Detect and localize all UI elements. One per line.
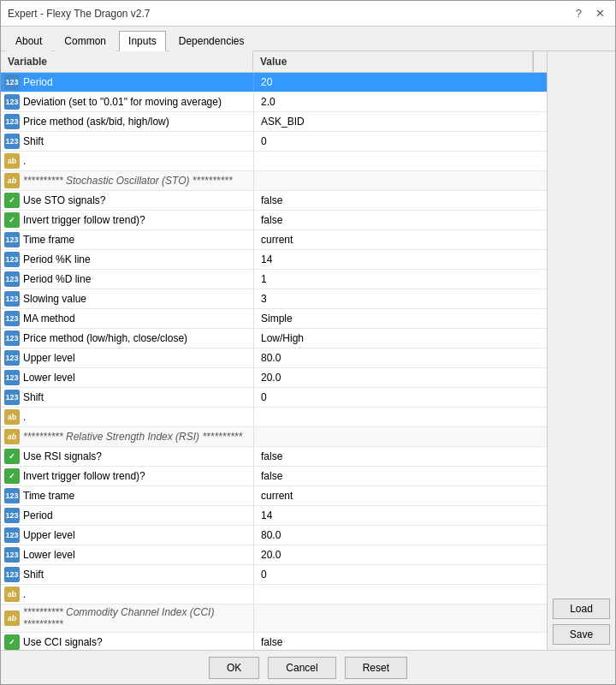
table-row[interactable]: 123Shift0 xyxy=(1,388,547,408)
tab-dependencies[interactable]: Dependencies xyxy=(169,31,254,51)
value-cell: 1 xyxy=(253,270,547,289)
main-content: Variable Value 123Period20123Deviation (… xyxy=(1,51,615,650)
bool-icon: ✓ xyxy=(4,193,20,208)
col-variable-header: Variable xyxy=(1,51,253,72)
variable-cell: ✓Invert trigger follow trend)? xyxy=(1,467,253,485)
value-cell: 0 xyxy=(253,388,547,407)
cancel-button[interactable]: Cancel xyxy=(268,657,335,679)
ab-icon: ab xyxy=(4,429,20,444)
table-row[interactable]: 123Price method (low/high, close/close)L… xyxy=(1,329,547,348)
table-row[interactable]: 123Upper level80.0 xyxy=(1,348,547,368)
table-row[interactable]: 123Shift0 xyxy=(1,132,547,152)
table-row[interactable]: 123Period %D line1 xyxy=(1,270,547,289)
value-cell: ASK_BID xyxy=(253,112,547,131)
value-cell: Simple xyxy=(253,309,547,328)
int-icon: 123 xyxy=(4,331,20,346)
table-row[interactable]: 123Time tramecurrent xyxy=(1,486,547,506)
int-icon: 123 xyxy=(4,114,20,129)
table-row[interactable]: ab********** Stochastic Oscillator (STO)… xyxy=(1,171,547,191)
variable-label: ********** Stochastic Oscillator (STO) *… xyxy=(23,175,233,187)
value-cell xyxy=(253,427,547,446)
table-row[interactable]: 123Slowing value3 xyxy=(1,289,547,309)
table-row[interactable]: 123Price method (ask/bid, high/low)ASK_B… xyxy=(1,112,547,132)
value-cell: current xyxy=(253,230,547,249)
scrollbar-space xyxy=(533,51,547,72)
variable-cell: 123Shift xyxy=(1,132,253,151)
value-cell: false xyxy=(253,191,547,210)
table-row[interactable]: ab. xyxy=(1,408,547,427)
save-button[interactable]: Save xyxy=(553,624,610,645)
table-row[interactable]: 123Period20 xyxy=(1,73,547,92)
bool-icon: ✓ xyxy=(4,468,20,484)
table-body[interactable]: 123Period20123Deviation (set to "0.01" f… xyxy=(1,73,547,650)
col-value-header: Value xyxy=(253,51,533,72)
table-row[interactable]: 123Time framecurrent xyxy=(1,230,547,250)
reset-button[interactable]: Reset xyxy=(345,657,407,679)
int-icon: 123 xyxy=(4,390,20,405)
table-row[interactable]: ✓Invert trigger follow trend)?false xyxy=(1,211,547,230)
load-button[interactable]: Load xyxy=(553,599,610,619)
table-row[interactable]: ab********** Commodity Channel Index (CC… xyxy=(1,605,547,633)
int-icon: 123 xyxy=(4,547,20,563)
table-row[interactable]: ✓Use CCI signals?false xyxy=(1,633,547,650)
variable-cell: 123MA method xyxy=(1,309,253,328)
variable-label: Price method (ask/bid, high/low) xyxy=(23,116,169,128)
value-cell: 20.0 xyxy=(253,545,547,564)
variable-cell: 123Slowing value xyxy=(1,289,253,308)
variable-cell: 123Lower level xyxy=(1,368,253,387)
int-icon: 123 xyxy=(4,488,20,503)
variable-cell: ✓Invert trigger follow trend)? xyxy=(1,211,253,229)
table-row[interactable]: 123Lower level20.0 xyxy=(1,368,547,388)
int-icon: 123 xyxy=(4,74,20,90)
variable-label: . xyxy=(23,155,26,167)
table-row[interactable]: 123Shift0 xyxy=(1,565,547,585)
variable-cell: ab********** Commodity Channel Index (CC… xyxy=(1,605,253,632)
int-icon: 123 xyxy=(4,252,20,267)
variable-cell: 123Upper level xyxy=(1,526,253,545)
table-header: Variable Value xyxy=(1,51,547,73)
table-row[interactable]: ✓Invert trigger follow trend)?false xyxy=(1,467,547,486)
content-area: Variable Value 123Period20123Deviation (… xyxy=(1,51,615,684)
value-cell: 2.0 xyxy=(253,92,547,111)
variable-label: Period xyxy=(23,509,53,521)
int-icon: 123 xyxy=(4,311,20,326)
table-row[interactable]: ab. xyxy=(1,152,547,171)
ab-icon: ab xyxy=(4,173,20,188)
variable-cell: 123Period xyxy=(1,506,253,525)
main-window: Expert - Flexy The Dragon v2.7 ? ✕ About… xyxy=(0,0,616,685)
value-cell: 80.0 xyxy=(253,526,547,545)
variable-cell: ✓Use CCI signals? xyxy=(1,633,253,650)
bool-icon: ✓ xyxy=(4,212,20,228)
table-row[interactable]: 123MA methodSimple xyxy=(1,309,547,329)
variable-cell: 123Shift xyxy=(1,388,253,407)
tab-inputs[interactable]: Inputs xyxy=(119,31,166,51)
variable-label: Shift xyxy=(23,135,44,147)
table-row[interactable]: ab. xyxy=(1,585,547,605)
variable-cell: 123Shift xyxy=(1,565,253,584)
table-row[interactable]: 123Upper level80.0 xyxy=(1,526,547,545)
table-row[interactable]: ✓Use STO signals?false xyxy=(1,191,547,211)
value-cell: 3 xyxy=(253,289,547,308)
table-row[interactable]: ✓Use RSI signals?false xyxy=(1,447,547,467)
table-row[interactable]: 123Deviation (set to "0.01" for moving a… xyxy=(1,92,547,112)
table-row[interactable]: 123Period %K line14 xyxy=(1,250,547,270)
variable-label: Slowing value xyxy=(23,293,86,305)
value-cell xyxy=(253,605,547,632)
tab-about[interactable]: About xyxy=(6,31,51,51)
variable-label: Lower level xyxy=(23,549,75,561)
value-cell: 80.0 xyxy=(253,348,547,367)
variable-cell: 123Time frame xyxy=(1,230,253,249)
ok-button[interactable]: OK xyxy=(209,657,259,679)
variable-label: Upper level xyxy=(23,529,75,541)
table-row[interactable]: 123Lower level20.0 xyxy=(1,545,547,565)
help-button[interactable]: ? xyxy=(572,7,585,20)
table-row[interactable]: 123Period14 xyxy=(1,506,547,526)
value-cell: 14 xyxy=(253,250,547,269)
ab-icon: ab xyxy=(4,611,20,626)
variable-cell: 123Period %D line xyxy=(1,270,253,289)
close-button[interactable]: ✕ xyxy=(592,7,608,20)
variable-label: Invert trigger follow trend)? xyxy=(23,214,145,226)
tab-common[interactable]: Common xyxy=(55,31,116,51)
title-bar: Expert - Flexy The Dragon v2.7 ? ✕ xyxy=(1,1,615,27)
table-row[interactable]: ab********** Relative Strength Index (RS… xyxy=(1,427,547,447)
